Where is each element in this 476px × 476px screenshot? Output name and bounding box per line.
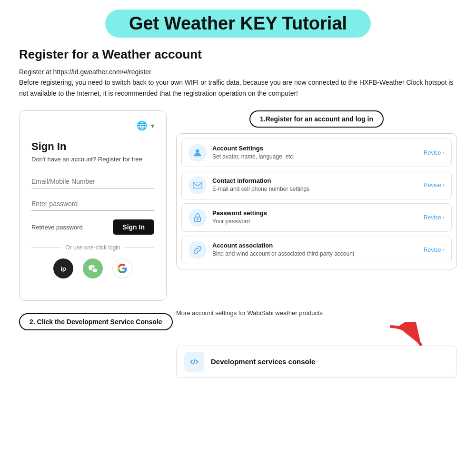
bottom-section: 2. Click the Development Service Console… (19, 308, 457, 378)
globe-icon: 🌐 (137, 120, 147, 131)
svg-point-3 (197, 219, 198, 220)
ip-login-button[interactable]: ip (53, 258, 73, 278)
password-settings-title: Password settings (212, 209, 420, 218)
title-section: Get Weather KEY Tutorial (19, 10, 457, 38)
account-revise-link[interactable]: Revise › (424, 149, 445, 156)
password-settings-subtitle: Your password (212, 218, 420, 226)
register-heading: Register for a Weather account (19, 47, 457, 62)
contact-info-subtitle: E-mail and cell phone number settings (212, 185, 420, 193)
signin-button[interactable]: Sign In (113, 219, 154, 235)
account-settings-item[interactable]: Account Settings Set avatar, name, langu… (181, 139, 452, 167)
password-revise-link[interactable]: Revise › (424, 214, 445, 221)
step2-bubble: 2. Click the Development Service Console (19, 313, 173, 330)
more-settings-text: More account settings for WabiSabi weath… (176, 308, 457, 318)
account-association-item[interactable]: Account association Bind and wind accoun… (181, 236, 452, 264)
intro-text: Register at https://id.gweather.com/#/re… (19, 67, 457, 99)
contact-revise-link[interactable]: Revise › (424, 182, 445, 188)
signin-top-icons: 🌐 ▾ (31, 120, 154, 131)
association-subtitle: Bind and wind account or associated thir… (212, 250, 420, 258)
register-section: Register for a Weather account Register … (19, 47, 457, 99)
social-icons: ip (31, 258, 154, 278)
association-icon-box (188, 241, 207, 259)
password-settings-item[interactable]: Password settings Your password Revise › (181, 203, 452, 232)
association-revise-link[interactable]: Revise › (424, 247, 445, 253)
main-content: 🌐 ▾ Sign In Don't have an account? Regis… (19, 110, 457, 301)
contact-info-title: Contact information (212, 177, 420, 185)
page-wrapper: Get Weather KEY Tutorial Register for a … (0, 0, 476, 476)
divider-left (31, 248, 61, 248)
google-login-button[interactable] (112, 258, 132, 278)
dev-console-label: Development services console (211, 357, 315, 366)
association-title: Account association (212, 242, 420, 250)
settings-panel: Account Settings Set avatar, name, langu… (176, 133, 457, 269)
dev-console-item[interactable]: Development services console (176, 346, 457, 378)
step1-label-row: 1.Register for an account and log in (176, 110, 457, 128)
dev-console-icon-box (184, 352, 204, 372)
svg-point-0 (196, 149, 199, 153)
signin-title: Sign In (31, 140, 154, 153)
email-field[interactable] (31, 175, 154, 188)
dev-console-section: More account settings for WabiSabi weath… (176, 308, 457, 378)
red-arrow-icon (386, 322, 428, 350)
password-icon-box (188, 208, 207, 227)
account-settings-subtitle: Set avatar, name, language, etc. (212, 153, 420, 161)
contact-icon-box (188, 176, 207, 194)
dev-console-icon (188, 356, 200, 368)
step2-area: 2. Click the Development Service Console (19, 308, 167, 330)
contact-info-item[interactable]: Contact information E-mail and cell phon… (181, 171, 452, 199)
password-field[interactable] (31, 197, 154, 211)
step1-bubble: 1.Register for an account and log in (249, 110, 384, 128)
account-settings-text: Account Settings Set avatar, name, langu… (212, 145, 420, 161)
signin-box: 🌐 ▾ Sign In Don't have an account? Regis… (19, 110, 167, 301)
divider-text: Or use one-click login (65, 244, 120, 251)
wechat-login-button[interactable] (83, 258, 103, 278)
account-icon-box (188, 144, 207, 162)
retrieve-password-link[interactable]: Retrieve password (31, 224, 83, 231)
title-background: Get Weather KEY Tutorial (105, 10, 371, 38)
contact-info-text: Contact information E-mail and cell phon… (212, 177, 420, 193)
chevron-down-icon: ▾ (151, 122, 154, 129)
divider-right (124, 248, 154, 248)
page-title: Get Weather KEY Tutorial (129, 13, 347, 33)
register-link[interactable]: Don't have an account? Register for free (31, 156, 154, 163)
signin-row: Retrieve password Sign In (31, 219, 154, 235)
social-divider: Or use one-click login (31, 244, 154, 251)
association-text: Account association Bind and wind accoun… (212, 242, 420, 258)
password-settings-text: Password settings Your password (212, 209, 420, 226)
svg-rect-1 (193, 182, 202, 188)
right-panel: 1.Register for an account and log in Acc… (176, 110, 457, 269)
intro-line1: Register at https://id.gweather.com/#/re… (19, 67, 457, 77)
intro-line2: Before registering, you need to switch b… (19, 77, 457, 99)
account-settings-title: Account Settings (212, 145, 420, 153)
